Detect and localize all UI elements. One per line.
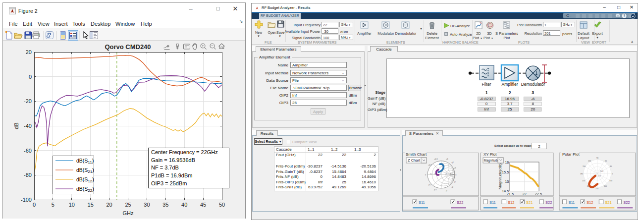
svg-text:Demodulator: Demodulator	[521, 82, 545, 87]
svg-text:-j0.2: -j0.2	[428, 184, 431, 186]
svg-text:P1dB = 16.9dBm: P1dB = 16.9dBm	[151, 172, 192, 178]
svg-text:S11: S11	[419, 200, 425, 205]
svg-text:20: 20	[531, 107, 535, 112]
svg-text:S11: S11	[568, 200, 575, 205]
svg-text:15: 15	[505, 179, 509, 184]
svg-text:?: ?	[623, 14, 625, 17]
svg-text:1: 1	[440, 173, 441, 175]
svg-text:-40: -40	[24, 123, 32, 129]
svg-text:50: 50	[219, 202, 225, 208]
svg-text:300: 300	[604, 185, 607, 187]
svg-text:15: 15	[88, 202, 94, 208]
svg-text:+j0.2: +j0.2	[428, 164, 432, 166]
svg-text:8: 8	[532, 102, 534, 106]
svg-text:Smith Chart: Smith Chart	[406, 152, 427, 157]
svg-text:-j2: -j2	[451, 186, 453, 188]
svg-text:Inf: Inf	[484, 107, 489, 112]
svg-text:150: 150	[583, 166, 586, 167]
svg-text:330: 330	[609, 180, 612, 182]
svg-text:+j1: +j1	[446, 158, 448, 160]
svg-text:-0.8237: -0.8237	[480, 97, 493, 101]
svg-text:S21: S21	[526, 200, 533, 205]
svg-text:S12: S12	[587, 200, 593, 205]
svg-text:-80: -80	[24, 172, 32, 178]
svg-text:0: 0	[29, 74, 32, 80]
svg-text:GHz: GHz	[123, 210, 134, 216]
svg-text:S21: S21	[605, 200, 611, 205]
svg-text:0.5: 0.5	[598, 175, 601, 177]
svg-text:5: 5	[450, 173, 451, 175]
svg-text:3.7: 3.7	[507, 102, 513, 106]
svg-text:-j1: -j1	[445, 190, 447, 192]
svg-text:10: 10	[69, 202, 75, 208]
svg-text:75.1: 75.1	[600, 170, 603, 172]
svg-text:3: 3	[532, 90, 534, 95]
svg-text:0: 0	[425, 174, 426, 176]
svg-text:5: 5	[52, 202, 54, 208]
svg-text:-j0.5: -j0.5	[433, 189, 437, 191]
svg-text:1: 1	[485, 90, 488, 95]
svg-text:2: 2	[446, 173, 447, 175]
svg-text:22.5: 22.5	[535, 192, 542, 196]
svg-text:∞: ∞	[455, 174, 457, 176]
svg-text:-60: -60	[24, 148, 32, 154]
svg-text:S22: S22	[623, 200, 630, 205]
svg-text:35: 35	[162, 202, 168, 208]
svg-text:20: 20	[106, 202, 112, 208]
svg-text:Qorvo CMD240: Qorvo CMD240	[105, 43, 151, 51]
svg-text:20: 20	[26, 49, 32, 55]
svg-text:S22: S22	[545, 200, 552, 205]
svg-text:21.5: 21.5	[507, 192, 514, 196]
svg-text:+j5: +j5	[454, 167, 456, 169]
svg-text:-j5: -j5	[454, 181, 456, 183]
svg-text:30: 30	[610, 166, 612, 167]
svg-text:0: 0	[33, 202, 36, 208]
svg-text:22: 22	[522, 192, 526, 196]
svg-text:Magnitude(dB): Magnitude(dB)	[498, 163, 502, 189]
svg-text:210: 210	[582, 180, 585, 182]
svg-text:Amplifier: Amplifier	[501, 82, 518, 87]
svg-text:Gain = 16.9536dB: Gain = 16.9536dB	[151, 157, 195, 163]
svg-text:30: 30	[144, 202, 150, 208]
svg-text:-20: -20	[24, 98, 32, 104]
svg-text:-6: -6	[531, 97, 535, 101]
svg-text:40: 40	[181, 202, 187, 208]
svg-text:270: 270	[595, 188, 598, 190]
svg-text:90: 90	[596, 157, 598, 159]
svg-text:NF = 3.7dB: NF = 3.7dB	[151, 165, 179, 170]
svg-text:0: 0	[485, 102, 488, 106]
svg-text:16: 16	[505, 160, 509, 165]
svg-text:Z Chart: Z Chart	[408, 158, 421, 163]
svg-text:45: 45	[200, 202, 206, 208]
svg-text:Filter: Filter	[482, 82, 491, 87]
svg-text:0.2: 0.2	[430, 173, 432, 175]
svg-text:+j2: +j2	[451, 162, 454, 164]
svg-text:2: 2	[509, 90, 511, 95]
svg-text:16.95: 16.95	[505, 97, 515, 101]
svg-text:S11: S11	[489, 200, 496, 205]
svg-text:dB: dB	[13, 122, 19, 129]
svg-text:180: 180	[580, 173, 583, 175]
svg-text:25: 25	[508, 107, 512, 112]
svg-text:OIP3 = 25dBm: OIP3 = 25dBm	[151, 180, 187, 186]
svg-text:XY Plot: XY Plot	[483, 152, 497, 157]
svg-text:60: 60	[605, 160, 607, 162]
svg-text:Center Frequency = 22GHz: Center Frequency = 22GHz	[151, 149, 218, 155]
svg-text:25: 25	[125, 202, 131, 208]
svg-text:Polar Plot: Polar Plot	[562, 152, 580, 157]
svg-text:15.5: 15.5	[502, 170, 509, 174]
svg-text:120: 120	[588, 160, 591, 162]
svg-text:0: 0	[612, 173, 613, 175]
svg-text:-100: -100	[21, 197, 32, 203]
svg-text:S12: S12	[508, 200, 514, 205]
svg-text:+j0.5: +j0.5	[434, 158, 438, 160]
svg-text:S22: S22	[457, 200, 463, 205]
